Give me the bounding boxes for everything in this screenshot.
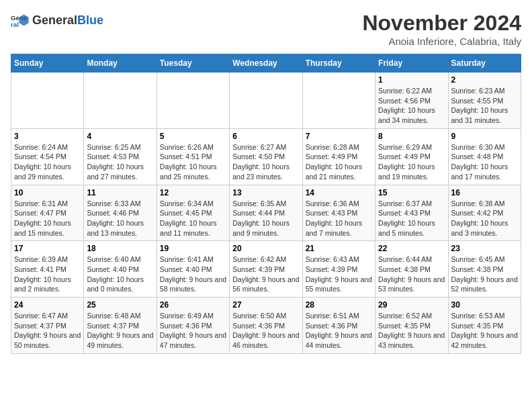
day-number: 17 bbox=[14, 244, 81, 253]
calendar-header-row: SundayMondayTuesdayWednesdayThursdayFrid… bbox=[11, 54, 521, 73]
day-number: 1 bbox=[378, 75, 445, 85]
day-detail: Sunrise: 6:53 AM Sunset: 4:35 PM Dayligh… bbox=[451, 311, 518, 351]
day-number: 3 bbox=[14, 132, 81, 141]
logo-blue: Blue bbox=[77, 13, 103, 27]
calendar-cell bbox=[302, 73, 375, 129]
calendar-cell: 3Sunrise: 6:24 AM Sunset: 4:54 PM Daylig… bbox=[11, 128, 84, 185]
calendar-cell: 28Sunrise: 6:51 AM Sunset: 4:36 PM Dayli… bbox=[302, 298, 375, 354]
page-header: Gene ral GeneralBlue November 2024 Anoia… bbox=[11, 11, 521, 47]
day-detail: Sunrise: 6:52 AM Sunset: 4:35 PM Dayligh… bbox=[378, 311, 445, 351]
day-detail: Sunrise: 6:34 AM Sunset: 4:45 PM Dayligh… bbox=[160, 199, 226, 238]
calendar-cell: 5Sunrise: 6:26 AM Sunset: 4:51 PM Daylig… bbox=[157, 128, 229, 185]
day-detail: Sunrise: 6:29 AM Sunset: 4:49 PM Dayligh… bbox=[378, 142, 445, 182]
calendar-body: 1Sunrise: 6:22 AM Sunset: 4:56 PM Daylig… bbox=[11, 73, 521, 354]
calendar-week-row: 24Sunrise: 6:47 AM Sunset: 4:37 PM Dayli… bbox=[11, 298, 521, 354]
day-detail: Sunrise: 6:27 AM Sunset: 4:50 PM Dayligh… bbox=[232, 142, 299, 182]
calendar-cell: 14Sunrise: 6:36 AM Sunset: 4:43 PM Dayli… bbox=[302, 185, 375, 241]
day-number: 6 bbox=[232, 132, 299, 141]
day-detail: Sunrise: 6:31 AM Sunset: 4:47 PM Dayligh… bbox=[14, 199, 81, 238]
day-detail: Sunrise: 6:40 AM Sunset: 4:40 PM Dayligh… bbox=[87, 255, 153, 294]
day-detail: Sunrise: 6:24 AM Sunset: 4:54 PM Dayligh… bbox=[14, 142, 81, 182]
day-number: 23 bbox=[451, 244, 518, 253]
calendar-cell: 27Sunrise: 6:50 AM Sunset: 4:36 PM Dayli… bbox=[230, 298, 302, 354]
calendar-cell: 30Sunrise: 6:53 AM Sunset: 4:35 PM Dayli… bbox=[448, 298, 521, 354]
calendar-cell: 29Sunrise: 6:52 AM Sunset: 4:35 PM Dayli… bbox=[375, 298, 448, 354]
day-detail: Sunrise: 6:51 AM Sunset: 4:36 PM Dayligh… bbox=[306, 311, 372, 351]
day-detail: Sunrise: 6:47 AM Sunset: 4:37 PM Dayligh… bbox=[14, 311, 81, 351]
day-detail: Sunrise: 6:36 AM Sunset: 4:43 PM Dayligh… bbox=[306, 199, 372, 238]
calendar-week-row: 10Sunrise: 6:31 AM Sunset: 4:47 PM Dayli… bbox=[11, 185, 521, 241]
day-detail: Sunrise: 6:28 AM Sunset: 4:49 PM Dayligh… bbox=[306, 142, 372, 182]
day-detail: Sunrise: 6:25 AM Sunset: 4:53 PM Dayligh… bbox=[87, 142, 153, 182]
calendar-cell: 9Sunrise: 6:30 AM Sunset: 4:48 PM Daylig… bbox=[448, 128, 521, 185]
calendar-week-row: 1Sunrise: 6:22 AM Sunset: 4:56 PM Daylig… bbox=[11, 73, 521, 129]
day-number: 18 bbox=[87, 244, 153, 253]
day-detail: Sunrise: 6:39 AM Sunset: 4:41 PM Dayligh… bbox=[14, 255, 81, 294]
day-detail: Sunrise: 6:41 AM Sunset: 4:40 PM Dayligh… bbox=[160, 255, 226, 294]
calendar-week-row: 17Sunrise: 6:39 AM Sunset: 4:41 PM Dayli… bbox=[11, 241, 521, 298]
svg-text:ral: ral bbox=[11, 21, 19, 28]
calendar-cell: 8Sunrise: 6:29 AM Sunset: 4:49 PM Daylig… bbox=[375, 128, 448, 185]
day-number: 30 bbox=[451, 300, 518, 310]
calendar-week-row: 3Sunrise: 6:24 AM Sunset: 4:54 PM Daylig… bbox=[11, 128, 521, 185]
logo: Gene ral GeneralBlue bbox=[11, 11, 103, 30]
subtitle: Anoia Inferiore, Calabria, Italy bbox=[362, 36, 521, 47]
day-detail: Sunrise: 6:30 AM Sunset: 4:48 PM Dayligh… bbox=[451, 142, 518, 182]
day-number: 11 bbox=[87, 188, 153, 197]
day-number: 7 bbox=[306, 132, 372, 141]
day-number: 20 bbox=[232, 244, 299, 253]
calendar-cell: 7Sunrise: 6:28 AM Sunset: 4:49 PM Daylig… bbox=[302, 128, 375, 185]
calendar-header-tuesday: Tuesday bbox=[157, 54, 229, 73]
day-number: 4 bbox=[87, 132, 153, 141]
day-detail: Sunrise: 6:35 AM Sunset: 4:44 PM Dayligh… bbox=[232, 199, 299, 238]
calendar-cell: 15Sunrise: 6:37 AM Sunset: 4:43 PM Dayli… bbox=[375, 185, 448, 241]
calendar-cell: 4Sunrise: 6:25 AM Sunset: 4:53 PM Daylig… bbox=[84, 128, 157, 185]
day-number: 5 bbox=[160, 132, 226, 141]
day-number: 14 bbox=[306, 188, 372, 197]
day-number: 10 bbox=[14, 188, 81, 197]
calendar-header-sunday: Sunday bbox=[11, 54, 84, 73]
calendar-cell: 1Sunrise: 6:22 AM Sunset: 4:56 PM Daylig… bbox=[375, 73, 448, 129]
day-number: 12 bbox=[160, 188, 226, 197]
day-detail: Sunrise: 6:45 AM Sunset: 4:38 PM Dayligh… bbox=[451, 255, 518, 294]
calendar-cell: 24Sunrise: 6:47 AM Sunset: 4:37 PM Dayli… bbox=[11, 298, 84, 354]
day-detail: Sunrise: 6:37 AM Sunset: 4:43 PM Dayligh… bbox=[378, 199, 445, 238]
calendar-cell bbox=[84, 73, 157, 129]
day-detail: Sunrise: 6:49 AM Sunset: 4:36 PM Dayligh… bbox=[160, 311, 226, 351]
day-number: 21 bbox=[306, 244, 372, 253]
day-number: 27 bbox=[232, 300, 299, 310]
calendar-header-wednesday: Wednesday bbox=[230, 54, 302, 73]
title-area: November 2024 Anoia Inferiore, Calabria,… bbox=[362, 11, 521, 47]
calendar-cell: 21Sunrise: 6:43 AM Sunset: 4:39 PM Dayli… bbox=[302, 241, 375, 298]
day-number: 9 bbox=[451, 132, 518, 141]
calendar-cell: 12Sunrise: 6:34 AM Sunset: 4:45 PM Dayli… bbox=[157, 185, 229, 241]
day-detail: Sunrise: 6:23 AM Sunset: 4:55 PM Dayligh… bbox=[451, 86, 518, 126]
day-number: 13 bbox=[232, 188, 299, 197]
day-number: 15 bbox=[378, 188, 445, 197]
day-number: 16 bbox=[451, 188, 518, 197]
calendar-cell: 2Sunrise: 6:23 AM Sunset: 4:55 PM Daylig… bbox=[448, 73, 521, 129]
calendar-table: SundayMondayTuesdayWednesdayThursdayFrid… bbox=[11, 54, 521, 354]
calendar-header-saturday: Saturday bbox=[448, 54, 521, 73]
day-detail: Sunrise: 6:38 AM Sunset: 4:42 PM Dayligh… bbox=[451, 199, 518, 238]
calendar-cell bbox=[157, 73, 229, 129]
day-detail: Sunrise: 6:43 AM Sunset: 4:39 PM Dayligh… bbox=[306, 255, 372, 294]
calendar-cell: 19Sunrise: 6:41 AM Sunset: 4:40 PM Dayli… bbox=[157, 241, 229, 298]
logo-icon: Gene ral bbox=[11, 11, 30, 30]
day-number: 2 bbox=[451, 75, 518, 85]
logo-general: General bbox=[32, 13, 77, 27]
day-number: 28 bbox=[306, 300, 372, 310]
day-detail: Sunrise: 6:50 AM Sunset: 4:36 PM Dayligh… bbox=[232, 311, 299, 351]
calendar-cell: 17Sunrise: 6:39 AM Sunset: 4:41 PM Dayli… bbox=[11, 241, 84, 298]
calendar-cell: 20Sunrise: 6:42 AM Sunset: 4:39 PM Dayli… bbox=[230, 241, 302, 298]
calendar-cell bbox=[230, 73, 302, 129]
day-number: 29 bbox=[378, 300, 445, 310]
calendar-header-thursday: Thursday bbox=[302, 54, 375, 73]
day-detail: Sunrise: 6:48 AM Sunset: 4:37 PM Dayligh… bbox=[87, 311, 153, 351]
day-detail: Sunrise: 6:26 AM Sunset: 4:51 PM Dayligh… bbox=[160, 142, 226, 182]
day-detail: Sunrise: 6:44 AM Sunset: 4:38 PM Dayligh… bbox=[378, 255, 445, 294]
calendar-cell: 26Sunrise: 6:49 AM Sunset: 4:36 PM Dayli… bbox=[157, 298, 229, 354]
calendar-header-monday: Monday bbox=[84, 54, 157, 73]
day-detail: Sunrise: 6:33 AM Sunset: 4:46 PM Dayligh… bbox=[87, 199, 153, 238]
calendar-cell: 18Sunrise: 6:40 AM Sunset: 4:40 PM Dayli… bbox=[84, 241, 157, 298]
